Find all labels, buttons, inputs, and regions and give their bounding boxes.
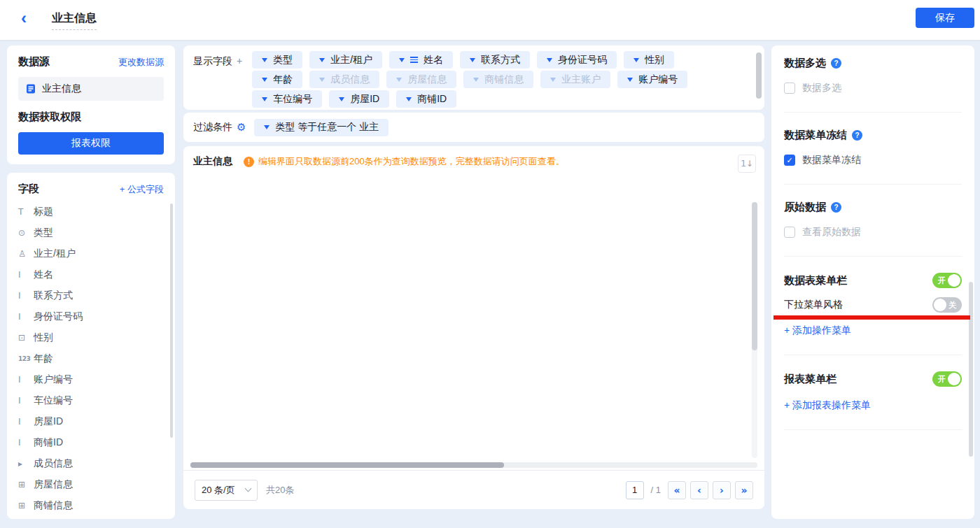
scrollbar-thumb[interactable] (190, 462, 504, 468)
field-item[interactable]: I 账户编号 (18, 369, 164, 390)
page-size-value: 20 条/页 (202, 484, 235, 497)
field-item[interactable]: I 姓名 (18, 264, 164, 285)
person-icon: ♙ (18, 249, 34, 259)
display-field-tag[interactable]: 商铺ID (396, 90, 456, 108)
display-field-tag[interactable]: 年龄 (252, 71, 302, 88)
next-page-button[interactable]: › (713, 481, 731, 499)
table-warning: ! 编辑界面只取数据源前200条作为查询数据预览，完整数据请访问页面查看。 (244, 155, 565, 168)
help-icon[interactable]: ? (852, 130, 862, 141)
field-item[interactable]: ♙ 业主/租户 (18, 243, 164, 264)
add-display-field-button[interactable]: + (237, 55, 242, 66)
field-item[interactable]: I 联系方式 (18, 285, 164, 306)
pagination-bar: 20 条/页 共20条 1 / 1 « ‹ › » (183, 470, 764, 509)
caret-down-icon (339, 97, 344, 101)
fields-scrollbar[interactable] (170, 204, 173, 438)
tag-label: 身份证号码 (558, 54, 607, 66)
multi-select-checkbox-label: 数据多选 (802, 82, 841, 94)
field-label: 业主/租户 (34, 248, 76, 260)
toggle-off-label: 关 (948, 300, 956, 311)
text-icon: I (18, 375, 34, 385)
back-icon[interactable]: ‹ (21, 8, 27, 29)
field-item[interactable]: I 身份证号码 (18, 306, 164, 327)
caret-down-icon (399, 58, 405, 62)
page-number-input[interactable]: 1 (626, 481, 644, 499)
help-icon[interactable]: ? (831, 58, 841, 69)
field-item[interactable]: ⊞ 房屋信息 (18, 474, 164, 495)
text-icon: I (18, 270, 34, 280)
field-item[interactable]: ⊡ 性别 (18, 327, 164, 348)
first-page-button[interactable]: « (668, 481, 686, 499)
dropdown-style-toggle[interactable]: 关 (932, 297, 962, 313)
freeze-checkbox[interactable]: ✓ (784, 155, 795, 166)
page-total: / 1 (651, 485, 661, 495)
display-field-tag[interactable]: 姓名 (389, 51, 453, 69)
report-permission-button[interactable]: 报表权限 (18, 132, 164, 155)
raw-data-checkbox[interactable] (784, 227, 795, 238)
display-field-tag[interactable]: 身份证号码 (537, 51, 617, 69)
caret-down-icon (264, 125, 270, 129)
caret-down-icon (396, 78, 402, 82)
field-item[interactable]: I 房屋ID (18, 411, 164, 432)
datasource-item-label: 业主信息 (42, 83, 81, 95)
caret-down-icon (473, 78, 479, 82)
caret-down-icon (470, 58, 475, 62)
field-item[interactable]: T 标题 (18, 201, 164, 222)
title-icon: T (18, 207, 34, 217)
display-field-tag[interactable]: 房屋信息 (386, 71, 456, 88)
filter-condition-tag[interactable]: 类型 等于任意一个 业主 (254, 119, 388, 136)
display-field-tag[interactable]: 业主/租户 (309, 51, 382, 69)
multi-select-checkbox[interactable] (784, 83, 795, 94)
display-field-tag[interactable]: 成员信息 (309, 71, 379, 88)
table-horizontal-scrollbar[interactable] (190, 462, 757, 468)
table-menu-toggle[interactable]: 开 (932, 273, 962, 288)
previous-page-button[interactable]: ‹ (690, 481, 708, 499)
caret-down-icon (550, 78, 556, 82)
save-button[interactable]: 保存 (916, 8, 974, 28)
add-report-menu-link[interactable]: + 添加报表操作菜单 (784, 399, 871, 412)
field-item[interactable]: ▸ 成员信息 (18, 453, 164, 474)
field-item[interactable]: ⊞ 商铺信息 (18, 495, 164, 516)
field-item[interactable]: I 车位编号 (18, 390, 164, 411)
help-icon[interactable]: ? (831, 202, 841, 213)
field-label: 商铺信息 (34, 499, 73, 512)
page-title: 业主信息 (52, 11, 97, 30)
caret-down-icon (319, 58, 325, 62)
display-fields-scrollbar[interactable] (756, 52, 762, 99)
table-panel: 业主信息 ! 编辑界面只取数据源前200条作为查询数据预览，完整数据请访问页面查… (183, 146, 764, 509)
display-field-tag[interactable]: 业主账户 (540, 71, 610, 88)
gear-icon[interactable]: ⚙ (237, 121, 246, 134)
change-datasource-link[interactable]: 更改数据源 (118, 56, 164, 69)
add-action-menu-link[interactable]: + 添加操作菜单 (784, 324, 851, 337)
sort-tool-button[interactable]: 1↓ (738, 155, 756, 173)
tag-label: 房屋信息 (407, 73, 447, 86)
datasource-panel: 数据源 更改数据源 业主信息 数据获取权限 报表权限 (7, 45, 175, 164)
tag-label: 年龄 (273, 73, 293, 86)
toggle-knob (948, 373, 960, 385)
field-item[interactable]: 123 年龄 (18, 348, 164, 369)
display-field-tags: 类型 业主/租户 姓名 联系方式 身份证号码 性别 年龄 成员信息 房屋信息 商… (252, 51, 714, 108)
field-item[interactable]: ⊙ 类型 (18, 222, 164, 243)
settings-scrollbar[interactable] (969, 282, 973, 457)
table-vertical-scrollbar[interactable] (752, 202, 757, 458)
page-size-select[interactable]: 20 条/页 (195, 480, 258, 501)
report-menu-toggle[interactable]: 开 (932, 371, 962, 387)
datasource-item[interactable]: 业主信息 (18, 77, 164, 101)
menu-lines-icon (410, 57, 418, 63)
scrollbar-thumb[interactable] (752, 202, 757, 350)
field-label: 标题 (34, 206, 53, 218)
display-field-tag[interactable]: 类型 (252, 51, 302, 69)
display-field-tag[interactable]: 房屋ID (329, 90, 389, 108)
display-field-tag[interactable]: 商铺信息 (463, 71, 533, 88)
red-annotation-box (774, 315, 970, 320)
add-formula-field-link[interactable]: + 公式字段 (120, 183, 164, 196)
display-field-tag[interactable]: 账户编号 (617, 71, 687, 88)
dropdown-style-label: 下拉菜单风格 (784, 299, 843, 311)
display-field-tag[interactable]: 车位编号 (252, 90, 322, 108)
field-label: 年龄 (34, 352, 53, 365)
field-item[interactable]: I 商铺ID (18, 432, 164, 453)
display-field-tag[interactable]: 性别 (624, 51, 674, 69)
display-field-tag[interactable]: 联系方式 (460, 51, 530, 69)
last-page-button[interactable]: » (735, 481, 753, 499)
subtable-icon: ⊞ (18, 480, 34, 490)
display-fields-panel: 显示字段 + 类型 业主/租户 姓名 联系方式 身份证号码 性别 年龄 成员信息… (183, 45, 764, 110)
